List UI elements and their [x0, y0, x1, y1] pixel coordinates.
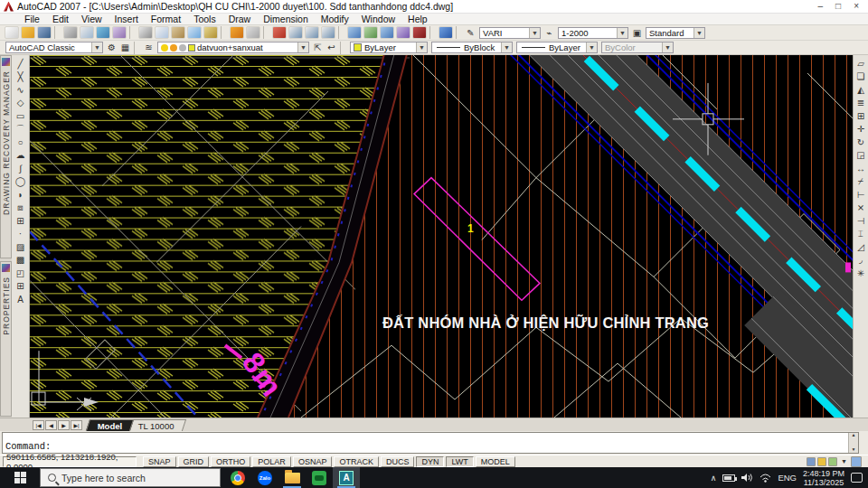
circle-icon[interactable]: ○: [14, 136, 27, 149]
toolbar-lock-icon[interactable]: [817, 457, 826, 466]
ellipse-arc-icon[interactable]: ◗: [14, 188, 27, 202]
quickcalc-icon[interactable]: [412, 26, 427, 39]
style-combo[interactable]: Standard▼: [646, 27, 705, 39]
vari-combo[interactable]: VARI▼: [479, 27, 541, 39]
explode-icon[interactable]: ✳: [854, 267, 868, 280]
taskbar-clock[interactable]: 2:48:19 PM 11/13/2025: [803, 469, 844, 487]
toggle-lwt[interactable]: LWT: [446, 456, 473, 467]
point-icon[interactable]: ·: [14, 228, 27, 241]
properties-panel[interactable]: PROPERTIES: [0, 261, 12, 417]
ellipse-icon[interactable]: ◯: [14, 175, 27, 189]
menu-view[interactable]: View: [75, 14, 108, 24]
my-workspace-icon[interactable]: ▦: [118, 41, 132, 54]
tab-nav-button[interactable]: |◀: [33, 420, 44, 430]
polyline-icon[interactable]: ∿: [14, 83, 27, 97]
sheet-set-manager-icon[interactable]: [347, 26, 362, 39]
extend-icon[interactable]: ⊢: [854, 188, 868, 202]
gradient-icon[interactable]: ▩: [14, 254, 27, 267]
construction-line-icon[interactable]: ╳: [14, 70, 27, 84]
taskbar-app-autocad[interactable]: A: [333, 467, 360, 488]
menu-format[interactable]: Format: [145, 14, 187, 24]
menu-insert[interactable]: Insert: [108, 14, 145, 24]
tab-nav-button[interactable]: ▶|: [71, 420, 82, 430]
taskbar-app-game[interactable]: [306, 467, 333, 488]
break-point-icon[interactable]: ⨯: [854, 202, 868, 215]
speaker-icon[interactable]: [741, 473, 753, 483]
designcenter-icon[interactable]: [380, 26, 394, 39]
line-icon[interactable]: ╱: [14, 57, 27, 70]
menu-tools[interactable]: Tools: [187, 14, 222, 24]
plot-preview-icon[interactable]: [80, 26, 94, 39]
clean-screen-icon[interactable]: [851, 456, 862, 467]
mirror-icon[interactable]: ◭: [854, 83, 868, 97]
taskbar-app-explorer[interactable]: [278, 467, 306, 488]
toggle-dyn[interactable]: DYN: [416, 456, 444, 467]
tab-nav-button[interactable]: ▶: [58, 420, 70, 430]
drawing-canvas[interactable]: 1 ĐẤT NHÓM NHÀ Ở HIỆN HỮU CHỈNH TRANG 8m: [30, 55, 853, 418]
layer-properties-icon[interactable]: ≋: [142, 41, 156, 54]
pan-icon[interactable]: [272, 26, 287, 39]
stretch-icon[interactable]: ↔: [854, 162, 868, 175]
toggle-grid[interactable]: GRID: [178, 456, 210, 467]
erase-icon[interactable]: ▱: [854, 57, 868, 70]
make-block-icon[interactable]: ⊞: [14, 214, 27, 228]
menu-dimension[interactable]: Dimension: [257, 14, 315, 24]
polygon-icon[interactable]: ◇: [14, 97, 27, 110]
cut-icon[interactable]: [138, 26, 153, 39]
communication-center-icon[interactable]: [807, 457, 816, 466]
layer-previous-icon[interactable]: ✎: [464, 26, 477, 40]
language-indicator[interactable]: ENG: [778, 473, 797, 483]
rotate-icon[interactable]: ↻: [854, 136, 868, 149]
trim-icon[interactable]: ⌿: [854, 175, 868, 189]
arc-icon[interactable]: ⌒: [14, 123, 27, 136]
insert-block-icon[interactable]: ⧈: [14, 202, 27, 215]
menu-window[interactable]: Window: [355, 14, 401, 24]
move-icon[interactable]: ✛: [854, 123, 868, 136]
zoom-previous-icon[interactable]: [321, 26, 335, 39]
toggle-osnap[interactable]: OSNAP: [293, 456, 333, 467]
plot-icon[interactable]: [63, 26, 78, 39]
markup-set-manager-icon[interactable]: [363, 26, 378, 39]
menu-help[interactable]: Help: [401, 14, 434, 24]
break-icon[interactable]: ⊣: [854, 214, 868, 228]
toggle-model[interactable]: MODEL: [476, 456, 515, 467]
chamfer-icon[interactable]: ◿: [854, 240, 868, 254]
tab-layout[interactable]: TL 10000: [127, 419, 186, 431]
color-combo[interactable]: ByLayer ▼: [350, 42, 428, 53]
taskbar-app-zalo[interactable]: Zalo: [251, 467, 278, 488]
save-icon[interactable]: [37, 26, 52, 39]
rectangle-icon[interactable]: ▭: [14, 109, 27, 123]
battery-icon[interactable]: [722, 474, 735, 482]
offset-icon[interactable]: ≣: [854, 97, 868, 110]
dim-style-icon[interactable]: ⌁: [542, 26, 556, 40]
publish-icon[interactable]: [96, 26, 110, 39]
maximize-button[interactable]: □: [835, 2, 841, 11]
command-scrollbar[interactable]: ▲▼: [848, 433, 858, 453]
minimize-button[interactable]: –: [818, 2, 824, 11]
table-icon[interactable]: ⊞: [14, 280, 27, 294]
help-icon[interactable]: [439, 26, 453, 39]
block-editor-icon[interactable]: [203, 26, 218, 39]
tab-model[interactable]: Model: [86, 419, 135, 431]
linetype-combo[interactable]: ByBlock ▼: [431, 42, 513, 53]
drawing-recovery-panel[interactable]: DRAWING RECOVERY MANAGER: [0, 55, 12, 258]
workspace-settings-icon[interactable]: ⚙: [105, 41, 118, 54]
network-icon[interactable]: [760, 474, 771, 483]
tray-chevron-icon[interactable]: ∧: [711, 474, 717, 483]
undo-icon[interactable]: [230, 26, 244, 39]
action-center-icon[interactable]: [851, 473, 863, 483]
scale-icon[interactable]: ◲: [854, 149, 868, 163]
tool-palettes-icon[interactable]: [396, 26, 410, 39]
copy-object-icon[interactable]: ❏: [854, 70, 868, 84]
region-icon[interactable]: ◰: [14, 267, 27, 280]
menu-draw[interactable]: Draw: [222, 14, 258, 24]
hatch-icon[interactable]: ▨: [14, 240, 27, 254]
taskbar-search[interactable]: Type here to search: [40, 468, 221, 487]
tab-nav-button[interactable]: ◀: [45, 420, 57, 430]
revcloud-icon[interactable]: ☁: [14, 149, 27, 163]
menu-file[interactable]: File: [18, 14, 46, 24]
spline-icon[interactable]: ∫: [14, 162, 27, 175]
text-style-icon[interactable]: ▣: [630, 26, 644, 40]
paste-icon[interactable]: [171, 26, 185, 39]
copy-icon[interactable]: [155, 26, 169, 39]
